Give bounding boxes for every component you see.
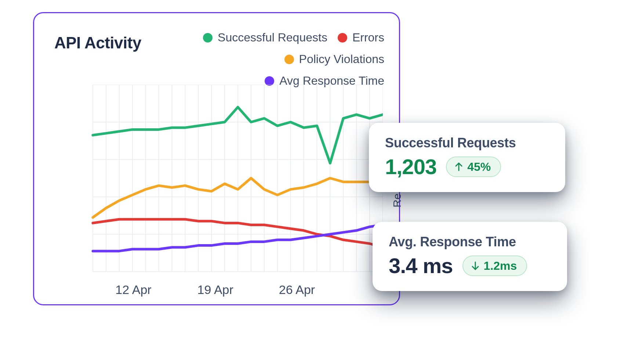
stat-value: 1,203 <box>385 154 436 179</box>
line-chart-svg <box>52 85 383 275</box>
legend-label: Successful Requests <box>218 31 327 44</box>
stat-delta: 45% <box>467 161 491 173</box>
stat-delta-badge: 45% <box>446 157 501 177</box>
arrow-up-icon <box>454 162 464 172</box>
panel-title: API Activity <box>54 34 141 52</box>
legend-label: Errors <box>352 31 384 44</box>
x-axis-ticks: 12 Apr19 Apr26 Apr <box>52 283 383 301</box>
legend-item[interactable]: Errors <box>338 31 384 44</box>
x-tick-label: 26 Apr <box>279 283 315 297</box>
legend-dot-icon <box>284 55 294 64</box>
api-activity-panel: API Activity Successful RequestsErrorsPo… <box>33 12 400 305</box>
chart-legend: Successful RequestsErrorsPolicy Violatio… <box>164 31 384 88</box>
legend-label: Policy Violations <box>299 52 384 66</box>
legend-dot-icon <box>338 33 347 43</box>
stat-label: Avg. Response Time <box>389 234 551 250</box>
stat-card-avg-response-time: Avg. Response Time 3.4 ms 1.2ms <box>373 222 567 291</box>
x-tick-label: 19 Apr <box>197 283 233 297</box>
legend-item[interactable]: Successful Requests <box>203 31 327 44</box>
legend-dot-icon <box>265 76 274 86</box>
legend-item[interactable]: Policy Violations <box>284 52 384 66</box>
api-activity-chart <box>52 85 383 275</box>
x-tick-label: 12 Apr <box>115 283 151 297</box>
legend-dot-icon <box>203 33 213 43</box>
arrow-down-icon <box>471 261 480 271</box>
stat-delta-badge: 1.2ms <box>462 255 527 276</box>
stat-value: 3.4 ms <box>389 253 453 278</box>
stat-delta: 1.2ms <box>484 260 517 272</box>
stat-card-successful-requests: Successful Requests 1,203 45% <box>369 123 565 192</box>
stat-label: Successful Requests <box>385 135 549 151</box>
